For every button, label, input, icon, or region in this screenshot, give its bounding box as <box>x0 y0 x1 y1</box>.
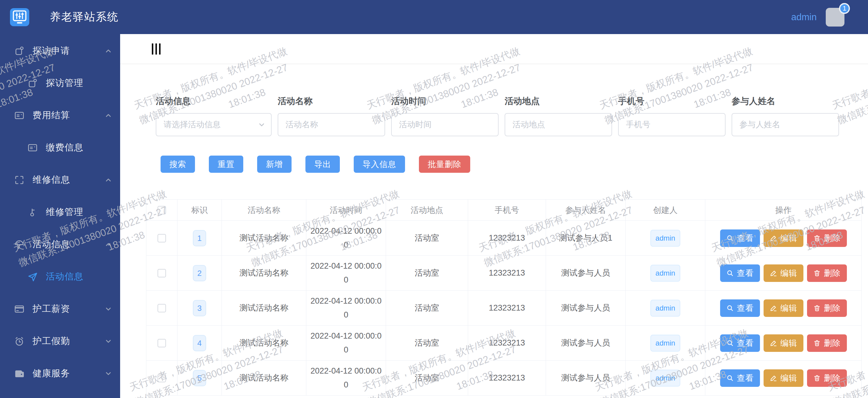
field-label: 活动信息 <box>156 96 272 106</box>
sidebar-item-fee-settlement[interactable]: 费用结算 <box>0 99 120 131</box>
id-tag: 3 <box>193 300 206 316</box>
cell-phone: 12323213 <box>468 326 546 361</box>
search-button[interactable]: 搜索 <box>161 156 195 173</box>
chevron-up-icon <box>104 47 112 55</box>
cell-participant: 测试参与人员 <box>546 361 626 396</box>
sidebar-item-health-service[interactable]: 健康服务 <box>0 357 120 390</box>
chevron-down-icon <box>104 337 112 345</box>
column-header-name: 活动名称 <box>222 200 306 221</box>
column-header-id: 标识 <box>178 200 222 221</box>
id-tag: 5 <box>193 370 206 386</box>
row-checkbox[interactable] <box>158 234 166 242</box>
sidebar-item-activity-info-group[interactable]: 活动信息 <box>0 228 120 261</box>
table-row: 3 测试活动名称 2022-04-12 00:00:00 活动室 1232321… <box>146 291 862 326</box>
activity-place-input[interactable] <box>505 120 612 129</box>
chevron-up-icon <box>104 176 112 184</box>
activity-info-select-input[interactable] <box>156 120 271 129</box>
cell-participant: 测试参与人员1 <box>546 221 626 256</box>
key-icon <box>27 207 38 218</box>
view-button[interactable]: 查看 <box>720 229 760 247</box>
row-checkbox[interactable] <box>158 304 166 312</box>
reset-button[interactable]: 重置 <box>209 156 243 173</box>
activity-info-select[interactable] <box>156 113 272 136</box>
user-avatar[interactable]: 1 <box>826 8 844 27</box>
id-tag: 4 <box>193 335 206 351</box>
creator-tag: admin <box>650 230 680 246</box>
delete-button[interactable]: 删除 <box>807 229 847 247</box>
collapse-sidebar-icon[interactable] <box>152 43 161 55</box>
chevron-up-icon <box>104 241 112 248</box>
delete-button[interactable]: 删除 <box>807 299 847 317</box>
creator-tag: admin <box>650 370 680 387</box>
sidebar-item-caregiver-salary[interactable]: 护工薪资 <box>0 293 120 325</box>
cell-activity-time: 2022-04-12 00:00:00 <box>306 326 386 361</box>
cell-activity-time: 2022-04-12 00:00:00 <box>306 361 386 396</box>
view-button[interactable]: 查看 <box>720 334 760 352</box>
filter-field-participant: 参与人姓名 <box>732 96 839 136</box>
sidebar-item-repair-management[interactable]: 维修管理 <box>0 196 120 228</box>
view-button[interactable]: 查看 <box>720 264 760 282</box>
wallet-icon <box>14 368 25 379</box>
select-all-header <box>146 200 178 221</box>
participant-input[interactable] <box>732 120 838 129</box>
row-checkbox[interactable] <box>158 374 166 382</box>
table-row: 4 测试活动名称 2022-04-12 00:00:00 活动室 1232321… <box>146 326 862 361</box>
copy-document-icon <box>14 45 25 56</box>
chevron-down-icon <box>104 305 112 313</box>
edit-button[interactable]: 编辑 <box>764 334 803 352</box>
delete-button[interactable]: 删除 <box>807 264 847 282</box>
view-button[interactable]: 查看 <box>720 299 760 317</box>
phone-input[interactable] <box>619 120 725 129</box>
sidebar-item-visit-management[interactable]: 探访管理 <box>0 67 120 99</box>
add-button[interactable]: 新增 <box>257 156 291 173</box>
sidebar-item-visit-request[interactable]: 探访申请 <box>0 35 120 67</box>
notification-badge: 1 <box>839 3 850 14</box>
current-user-name[interactable]: admin <box>791 12 817 23</box>
edit-button[interactable]: 编辑 <box>764 369 803 387</box>
column-header-place: 活动地点 <box>386 200 468 221</box>
chevron-up-icon <box>104 111 112 120</box>
field-label: 手机号 <box>618 96 725 106</box>
field-label: 参与人姓名 <box>732 96 839 106</box>
delete-button[interactable]: 删除 <box>807 334 847 352</box>
cell-phone: 12323213 <box>468 221 546 256</box>
sidebar-nav: 探访申请 探访管理 费用结算 缴费信息 维修信息 维修管理 活动信息 活动信息 … <box>0 34 120 398</box>
sidebar-item-activity-info[interactable]: 活动信息 <box>0 261 120 293</box>
sidebar-item-repair-info[interactable]: 维修信息 <box>0 164 120 196</box>
select-all-checkbox[interactable] <box>158 206 166 214</box>
batch-delete-button[interactable]: 批量删除 <box>419 156 470 173</box>
chevron-down-icon <box>104 370 112 377</box>
sidebar-item-payment-info[interactable]: 缴费信息 <box>0 131 120 164</box>
activity-name-input[interactable] <box>278 120 384 129</box>
toolbar: 搜索 重置 新增 导出 导入信息 批量删除 <box>161 156 868 173</box>
filter-field-activity-place: 活动地点 <box>505 96 612 136</box>
cell-phone: 12323213 <box>468 291 546 326</box>
edit-button[interactable]: 编辑 <box>764 299 803 317</box>
full-screen-icon <box>14 174 25 186</box>
postcard-icon <box>27 142 38 153</box>
bank-card-icon <box>14 304 25 314</box>
activity-time-input[interactable] <box>392 120 498 129</box>
id-tag: 1 <box>193 230 206 246</box>
cell-activity-name: 测试活动名称 <box>222 361 306 396</box>
creator-tag: admin <box>650 335 680 352</box>
filter-field-activity-time: 活动时间 <box>391 96 499 136</box>
edit-button[interactable]: 编辑 <box>764 229 803 247</box>
delete-button[interactable]: 删除 <box>807 369 847 387</box>
activity-table: 标识 活动名称 活动时间 活动地点 手机号 参与人姓名 创建人 操作 1 测试活… <box>146 199 861 396</box>
cell-activity-place: 活动室 <box>386 221 468 256</box>
row-checkbox[interactable] <box>158 339 166 347</box>
import-button[interactable]: 导入信息 <box>354 156 405 173</box>
table-row: 5 测试活动名称 2022-04-12 00:00:00 活动室 1232321… <box>146 361 862 396</box>
export-button[interactable]: 导出 <box>305 156 340 173</box>
view-button[interactable]: 查看 <box>720 369 760 387</box>
cell-activity-place: 活动室 <box>386 256 468 291</box>
field-label: 活动名称 <box>278 96 385 106</box>
alarm-clock-icon <box>14 336 25 347</box>
cell-activity-time: 2022-04-12 00:00:00 <box>306 291 386 326</box>
edit-button[interactable]: 编辑 <box>764 264 803 282</box>
postcard-icon <box>14 110 25 121</box>
filter-field-activity-info: 活动信息 <box>156 96 272 136</box>
sidebar-item-caregiver-attendance[interactable]: 护工假勤 <box>0 325 120 357</box>
row-checkbox[interactable] <box>158 269 166 277</box>
